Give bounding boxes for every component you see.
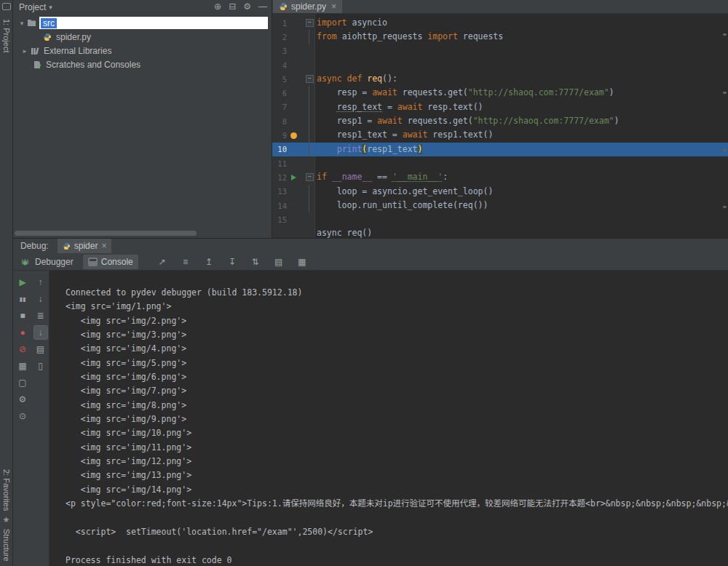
view-breakpoints-icon[interactable]: ● [15, 325, 30, 340]
code-text: async req() [317, 226, 372, 238]
settings-gear-icon[interactable]: ⚙ [15, 392, 30, 407]
fold-marker [300, 143, 314, 156]
code-token: aiohttp_requests [337, 31, 428, 41]
gutter-icon-slot[interactable] [287, 132, 300, 139]
fold-marker [300, 226, 314, 238]
code-line[interactable]: 13 loop = asyncio.get_event_loop() [272, 185, 728, 199]
editor-panel[interactable]: 1import asyncio2from aiohttp_requests im… [272, 14, 728, 238]
code-line[interactable]: 3 [272, 44, 728, 58]
mute-breakpoints-icon[interactable]: ⊘ [15, 342, 30, 356]
pin-tab-icon[interactable]: ⊙ [15, 409, 30, 423]
left-tool-rail: 1: Project 2: Favorites ★ Structure [0, 0, 13, 566]
code-token: resp1 = [317, 116, 377, 126]
run-icon[interactable] [291, 175, 296, 180]
chevron-down-icon[interactable]: ▾ [17, 20, 26, 27]
rename-input[interactable]: src [39, 17, 268, 29]
collapse-all-icon[interactable]: ⊟ [229, 0, 236, 14]
chevron-down-icon[interactable]: ▾ [49, 4, 52, 11]
code-text: resp1_text = await resp1.text() [317, 128, 493, 142]
code-token: __name__ [332, 172, 372, 182]
gutter-icon-slot[interactable] [287, 175, 300, 180]
code-token: = [382, 102, 397, 112]
code-line[interactable]: 4 [272, 58, 728, 72]
up-stack-trace-icon[interactable]: ↑ [33, 275, 48, 290]
code-line[interactable]: 10 print(resp1_text) [272, 143, 728, 156]
restore-layout-icon[interactable]: ▦ [15, 359, 30, 373]
layout-icon[interactable]: ▤ [272, 255, 286, 269]
debug-tab-spider[interactable]: spider × [58, 239, 112, 253]
hide-panel-icon[interactable]: — [258, 0, 267, 14]
code-token: import [427, 31, 458, 41]
line-number: 11 [272, 159, 287, 168]
code-line[interactable]: 7 resp_text = await resp.text() [272, 100, 728, 114]
project-tree: ▾ src spider.py ▸ [13, 14, 272, 71]
code-line[interactable]: 5async def req(): [272, 72, 728, 86]
tree-row-src[interactable]: ▾ src [13, 16, 272, 30]
resume-program-icon[interactable]: ▶ [15, 275, 30, 290]
editor-error-stripe[interactable] [721, 14, 728, 238]
down-the-stack-icon[interactable]: ↧ [225, 255, 240, 269]
window-corner-icon [2, 3, 11, 10]
console-output[interactable]: Connected to pydev debugger (build 183.5… [50, 271, 728, 566]
code-line[interactable]: 9 resp1_text = await resp1.text() [272, 128, 728, 142]
horizontal-scrollbar[interactable] [15, 231, 197, 236]
settings-gear-icon[interactable]: ⚙ [243, 0, 251, 14]
code-token: import [317, 17, 347, 28]
code-line[interactable]: 14 loop.run_until_complete(req()) [272, 199, 728, 212]
tab-console[interactable]: Console [83, 255, 138, 269]
code-line[interactable]: 1import asyncio [272, 16, 728, 30]
close-icon[interactable]: × [331, 1, 336, 12]
code-text: resp_text = await resp.text() [317, 100, 483, 114]
code-token: (): [382, 73, 397, 84]
tree-row-scratches[interactable]: Scratches and Consoles [13, 57, 272, 71]
down-stack-trace-icon[interactable]: ↓ [33, 292, 48, 306]
sort-icon[interactable]: ⇅ [248, 255, 263, 269]
scroll-to-end-icon[interactable]: ↓ [33, 325, 48, 340]
code-line[interactable]: async req() [272, 226, 728, 238]
code-token: loop = asyncio.get_event_loop() [317, 186, 493, 196]
code-line[interactable]: 2from aiohttp_requests import requests [272, 30, 728, 44]
locate-icon[interactable]: ⊕ [214, 0, 221, 14]
soft-wraps-icon[interactable]: ≣ [33, 308, 48, 323]
code-line[interactable]: 12if __name__ == '__main__': [272, 170, 728, 184]
fold-marker[interactable] [300, 16, 314, 30]
tool-button-favorites[interactable]: 2: Favorites [2, 469, 11, 511]
stripe-mark [723, 92, 727, 94]
print-icon[interactable]: ▤ [33, 342, 48, 356]
console-line: <script> setTimeout('location.href="/exa… [66, 525, 728, 539]
monitor-icon[interactable]: ▦ [295, 255, 309, 269]
tool-button-project[interactable]: 1: Project [2, 19, 11, 52]
hide-window-icon[interactable]: ▢ [15, 375, 30, 390]
fold-marker [300, 156, 314, 170]
tab-spider-py[interactable]: spider.py × [273, 0, 342, 13]
close-icon[interactable]: × [101, 241, 106, 251]
code-token: resp_text [337, 102, 382, 112]
clear-all-icon[interactable]: ▯ [33, 359, 48, 373]
stop-icon[interactable]: ■ [15, 308, 30, 323]
code-token: requests [458, 31, 503, 41]
code-line[interactable]: 11 [272, 156, 728, 170]
code-text: loop.run_until_complete(req()) [317, 199, 488, 212]
pause-program-icon[interactable]: ▮▮ [15, 292, 30, 306]
bookmark-icon[interactable] [290, 132, 297, 139]
top-row: Project ▾ ⊕⊟⚙— spider.py × [13, 0, 728, 14]
code-line[interactable]: 8 resp1 = await requests.get("http://sha… [272, 114, 728, 128]
console-icon [88, 258, 98, 266]
tab-debugger[interactable]: Debugger [35, 257, 74, 267]
debug-rail-primary: ▶▮▮■●⊘▦▢⚙⊙ [13, 271, 32, 566]
tool-button-structure[interactable]: Structure [2, 529, 11, 562]
project-selector[interactable]: Project [19, 2, 46, 12]
fold-marker[interactable] [300, 170, 314, 184]
console-line: <img src='img/5.png'> [66, 356, 728, 370]
tree-row-external-libraries[interactable]: ▸ External Libraries [13, 44, 272, 57]
tree-row-spider-py[interactable]: spider.py [13, 30, 272, 44]
jump-to-source-icon[interactable]: ↗ [155, 255, 170, 269]
options-menu-icon[interactable]: ≡ [178, 255, 193, 269]
chevron-right-icon[interactable]: ▸ [20, 47, 29, 55]
up-the-stack-icon[interactable]: ↥ [202, 255, 216, 269]
code-text: resp = await requests.get("http://shaoq.… [317, 86, 614, 100]
console-line: <img src='img/10.png'> [66, 426, 728, 440]
code-line[interactable]: 6 resp = await requests.get("http://shao… [272, 86, 728, 100]
fold-marker[interactable] [300, 72, 314, 86]
code-line[interactable]: 15 [272, 212, 728, 226]
